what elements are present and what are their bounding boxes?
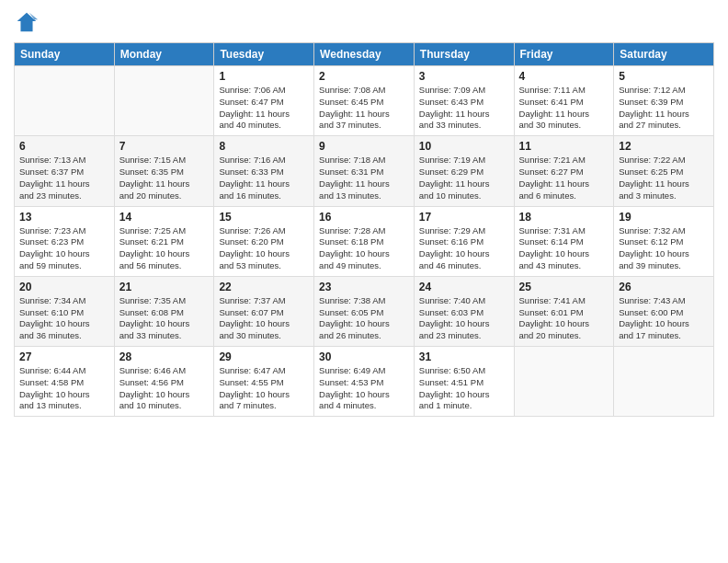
day-number: 10 <box>419 140 509 153</box>
day-info: Sunrise: 7:15 AM Sunset: 6:35 PM Dayligh… <box>119 155 210 201</box>
week-row-3: 13Sunrise: 7:23 AM Sunset: 6:23 PM Dayli… <box>15 206 714 276</box>
calendar-cell: 25Sunrise: 7:41 AM Sunset: 6:01 PM Dayli… <box>514 276 614 346</box>
day-info: Sunrise: 6:49 AM Sunset: 4:53 PM Dayligh… <box>319 365 409 412</box>
day-info: Sunrise: 7:28 AM Sunset: 6:18 PM Dayligh… <box>319 225 409 272</box>
week-row-2: 6Sunrise: 7:13 AM Sunset: 6:37 PM Daylig… <box>15 136 714 206</box>
svg-marker-0 <box>17 13 37 32</box>
day-number: 6 <box>19 140 109 153</box>
day-number: 1 <box>219 70 309 83</box>
day-number: 13 <box>19 211 109 224</box>
calendar-cell: 21Sunrise: 7:35 AM Sunset: 6:08 PM Dayli… <box>114 276 214 346</box>
day-number: 22 <box>219 281 309 293</box>
day-number: 28 <box>119 350 210 363</box>
day-number: 20 <box>19 281 109 293</box>
calendar-cell: 30Sunrise: 6:49 AM Sunset: 4:53 PM Dayli… <box>314 347 415 417</box>
day-number: 17 <box>419 211 509 224</box>
calendar-cell: 5Sunrise: 7:12 AM Sunset: 6:39 PM Daylig… <box>614 66 714 136</box>
day-info: Sunrise: 6:44 AM Sunset: 4:58 PM Dayligh… <box>19 365 109 412</box>
calendar-cell: 6Sunrise: 7:13 AM Sunset: 6:37 PM Daylig… <box>15 136 115 206</box>
logo-icon <box>14 9 40 35</box>
calendar-cell: 23Sunrise: 7:38 AM Sunset: 6:05 PM Dayli… <box>314 276 415 346</box>
day-info: Sunrise: 7:06 AM Sunset: 6:47 PM Dayligh… <box>219 85 309 132</box>
day-number: 24 <box>419 281 509 293</box>
calendar-cell: 16Sunrise: 7:28 AM Sunset: 6:18 PM Dayli… <box>314 206 415 276</box>
week-row-4: 20Sunrise: 7:34 AM Sunset: 6:10 PM Dayli… <box>15 276 714 346</box>
day-number: 11 <box>519 140 609 153</box>
day-info: Sunrise: 7:23 AM Sunset: 6:23 PM Dayligh… <box>19 225 109 272</box>
calendar-cell: 9Sunrise: 7:18 AM Sunset: 6:31 PM Daylig… <box>314 136 415 206</box>
day-info: Sunrise: 7:43 AM Sunset: 6:00 PM Dayligh… <box>619 295 709 342</box>
day-number: 9 <box>319 140 409 153</box>
calendar-cell: 3Sunrise: 7:09 AM Sunset: 6:43 PM Daylig… <box>414 66 514 136</box>
calendar-cell: 8Sunrise: 7:16 AM Sunset: 6:33 PM Daylig… <box>214 136 314 206</box>
day-number: 8 <box>219 140 309 153</box>
calendar-cell: 7Sunrise: 7:15 AM Sunset: 6:35 PM Daylig… <box>114 136 214 206</box>
day-info: Sunrise: 7:32 AM Sunset: 6:12 PM Dayligh… <box>619 225 709 272</box>
weekday-header-sunday: Sunday <box>15 43 115 66</box>
calendar-cell: 28Sunrise: 6:46 AM Sunset: 4:56 PM Dayli… <box>114 347 214 417</box>
day-info: Sunrise: 7:34 AM Sunset: 6:10 PM Dayligh… <box>19 295 109 342</box>
calendar-table: SundayMondayTuesdayWednesdayThursdayFrid… <box>14 42 714 417</box>
weekday-header-friday: Friday <box>514 43 614 66</box>
day-number: 3 <box>419 70 509 83</box>
day-info: Sunrise: 7:11 AM Sunset: 6:41 PM Dayligh… <box>519 85 609 132</box>
calendar-cell: 29Sunrise: 6:47 AM Sunset: 4:55 PM Dayli… <box>214 347 314 417</box>
day-number: 29 <box>219 350 309 363</box>
day-number: 26 <box>619 281 709 293</box>
weekday-header-tuesday: Tuesday <box>214 43 314 66</box>
day-info: Sunrise: 7:40 AM Sunset: 6:03 PM Dayligh… <box>419 295 509 342</box>
day-info: Sunrise: 7:35 AM Sunset: 6:08 PM Dayligh… <box>119 295 210 342</box>
day-number: 23 <box>319 281 409 293</box>
day-info: Sunrise: 6:46 AM Sunset: 4:56 PM Dayligh… <box>119 365 210 412</box>
day-info: Sunrise: 7:38 AM Sunset: 6:05 PM Dayligh… <box>319 295 409 342</box>
day-number: 30 <box>319 350 409 363</box>
weekday-header-wednesday: Wednesday <box>314 43 415 66</box>
logo <box>14 9 40 35</box>
day-info: Sunrise: 7:41 AM Sunset: 6:01 PM Dayligh… <box>519 295 609 342</box>
day-number: 19 <box>619 211 709 224</box>
calendar-cell: 2Sunrise: 7:08 AM Sunset: 6:45 PM Daylig… <box>314 66 415 136</box>
day-info: Sunrise: 7:31 AM Sunset: 6:14 PM Dayligh… <box>519 225 609 272</box>
calendar-cell: 4Sunrise: 7:11 AM Sunset: 6:41 PM Daylig… <box>514 66 614 136</box>
day-info: Sunrise: 7:08 AM Sunset: 6:45 PM Dayligh… <box>319 85 409 132</box>
day-info: Sunrise: 7:12 AM Sunset: 6:39 PM Dayligh… <box>619 85 709 132</box>
calendar-cell: 1Sunrise: 7:06 AM Sunset: 6:47 PM Daylig… <box>214 66 314 136</box>
day-info: Sunrise: 6:50 AM Sunset: 4:51 PM Dayligh… <box>419 365 509 412</box>
day-info: Sunrise: 7:26 AM Sunset: 6:20 PM Dayligh… <box>219 225 309 272</box>
page: SundayMondayTuesdayWednesdayThursdayFrid… <box>0 0 728 563</box>
day-info: Sunrise: 7:19 AM Sunset: 6:29 PM Dayligh… <box>419 155 509 201</box>
day-number: 2 <box>319 70 409 83</box>
day-info: Sunrise: 7:16 AM Sunset: 6:33 PM Dayligh… <box>219 155 309 201</box>
calendar-cell: 14Sunrise: 7:25 AM Sunset: 6:21 PM Dayli… <box>114 206 214 276</box>
day-number: 15 <box>219 211 309 224</box>
calendar-cell <box>614 347 714 417</box>
day-number: 27 <box>19 350 109 363</box>
weekday-header-monday: Monday <box>114 43 214 66</box>
calendar-cell: 11Sunrise: 7:21 AM Sunset: 6:27 PM Dayli… <box>514 136 614 206</box>
calendar-cell: 17Sunrise: 7:29 AM Sunset: 6:16 PM Dayli… <box>414 206 514 276</box>
week-row-5: 27Sunrise: 6:44 AM Sunset: 4:58 PM Dayli… <box>15 347 714 417</box>
day-number: 21 <box>119 281 210 293</box>
header <box>14 9 714 35</box>
day-number: 16 <box>319 211 409 224</box>
calendar-cell: 22Sunrise: 7:37 AM Sunset: 6:07 PM Dayli… <box>214 276 314 346</box>
week-row-1: 1Sunrise: 7:06 AM Sunset: 6:47 PM Daylig… <box>15 66 714 136</box>
day-number: 7 <box>119 140 210 153</box>
day-info: Sunrise: 6:47 AM Sunset: 4:55 PM Dayligh… <box>219 365 309 412</box>
day-info: Sunrise: 7:22 AM Sunset: 6:25 PM Dayligh… <box>619 155 709 201</box>
day-number: 25 <box>519 281 609 293</box>
calendar-cell: 24Sunrise: 7:40 AM Sunset: 6:03 PM Dayli… <box>414 276 514 346</box>
calendar-cell: 13Sunrise: 7:23 AM Sunset: 6:23 PM Dayli… <box>15 206 115 276</box>
calendar-cell: 19Sunrise: 7:32 AM Sunset: 6:12 PM Dayli… <box>614 206 714 276</box>
calendar-cell: 18Sunrise: 7:31 AM Sunset: 6:14 PM Dayli… <box>514 206 614 276</box>
weekday-header-saturday: Saturday <box>614 43 714 66</box>
day-number: 31 <box>419 350 509 363</box>
day-info: Sunrise: 7:18 AM Sunset: 6:31 PM Dayligh… <box>319 155 409 201</box>
day-info: Sunrise: 7:37 AM Sunset: 6:07 PM Dayligh… <box>219 295 309 342</box>
day-number: 18 <box>519 211 609 224</box>
day-info: Sunrise: 7:09 AM Sunset: 6:43 PM Dayligh… <box>419 85 509 132</box>
day-number: 14 <box>119 211 210 224</box>
weekday-header-thursday: Thursday <box>414 43 514 66</box>
calendar-cell: 20Sunrise: 7:34 AM Sunset: 6:10 PM Dayli… <box>15 276 115 346</box>
day-number: 5 <box>619 70 709 83</box>
